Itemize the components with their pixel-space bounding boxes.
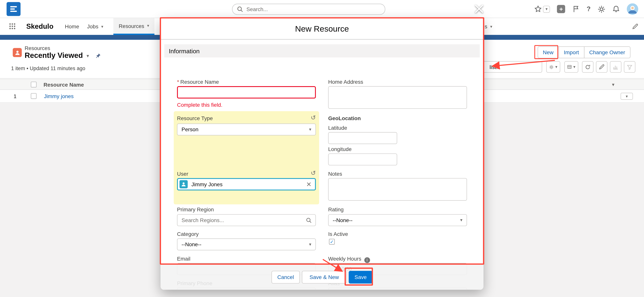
chevron-down-icon: ▾ [309, 127, 311, 132]
resources-object-icon [13, 48, 22, 57]
info-icon[interactable]: i [364, 257, 370, 263]
resource-name-error: Complete this field. [177, 102, 222, 108]
home-address-textarea[interactable] [328, 86, 467, 109]
geolocation-label: GeoLocation [328, 115, 361, 122]
chart-button[interactable] [610, 61, 621, 73]
list-view-controls-button[interactable]: ▾ [546, 61, 560, 73]
chevron-down-icon: ▾ [612, 82, 614, 87]
search-icon [306, 217, 312, 223]
list-view-selector: Recently Viewed ▾ [24, 51, 101, 60]
resource-name-input[interactable] [177, 86, 316, 98]
latitude-label: Latitude [328, 125, 347, 131]
display-as-button[interactable]: ▾ [564, 61, 578, 73]
table-header-actions-chevron[interactable]: ▾ [612, 81, 614, 87]
favorites-star-icon[interactable] [534, 5, 542, 13]
primary-region-input[interactable] [178, 217, 306, 223]
change-owner-button[interactable]: Change Owner [584, 46, 630, 58]
help-icon[interactable]: ? [587, 5, 591, 13]
undo-icon[interactable]: ↺ [311, 170, 316, 176]
remove-user-icon[interactable] [306, 182, 312, 187]
undo-icon[interactable]: ↺ [311, 115, 316, 121]
category-select[interactable]: --None-- ▾ [177, 238, 316, 250]
notes-label: Notes [328, 171, 342, 177]
form-left-column: *Resource Name Complete this field. Reso… [177, 57, 316, 290]
rating-select[interactable]: --None-- ▾ [328, 214, 467, 226]
section-title: Information [169, 47, 200, 54]
notes-textarea[interactable] [328, 178, 467, 201]
favorites-dropdown-button[interactable]: ▾ [543, 5, 550, 12]
tab-jobs[interactable]: Jobs ▾ [87, 18, 103, 35]
user-label: User [177, 171, 188, 177]
primary-region-label: Primary Region [177, 206, 214, 213]
user-lookup-pill[interactable]: Jimmy Jones [177, 178, 316, 190]
modal-title: New Resource [160, 24, 483, 33]
tab-resources-label: Resources [119, 23, 144, 29]
user-pill-name: Jimmy Jones [192, 181, 303, 187]
tab-jobs-label: Jobs [87, 23, 98, 29]
header-icons: ▾ + ? [534, 0, 638, 18]
setup-gear-icon[interactable] [598, 5, 606, 13]
global-search-input[interactable] [246, 6, 380, 12]
chevron-down-icon: ▾ [101, 24, 103, 28]
home-address-label: Home Address [328, 79, 363, 85]
global-actions-button[interactable]: + [557, 5, 565, 13]
notifications-bell-icon[interactable] [612, 5, 620, 13]
chevron-down-icon: ▾ [309, 242, 311, 247]
new-button[interactable]: New [538, 46, 559, 58]
primary-region-lookup [177, 214, 316, 226]
is-active-label: Is Active [328, 231, 348, 238]
chevron-down-icon: ▾ [555, 65, 557, 69]
tab-partial-label: s [485, 23, 487, 29]
section-header-information: Information [164, 44, 480, 57]
list-meta-text: 1 item • Updated 11 minutes ago [11, 66, 85, 71]
guidance-icon[interactable] [572, 5, 580, 13]
email-label: Email [177, 256, 190, 262]
app-launcher-icon[interactable] [9, 23, 16, 29]
logo-bars-icon [10, 5, 18, 13]
modal-header: New Resource [160, 18, 483, 40]
column-header-resource-name[interactable]: Resource Name [44, 82, 84, 88]
latitude-input[interactable] [328, 132, 397, 144]
highlighted-fields-box: Resource Type ↺ Person ▾ User ↺ Jimmy Jo… [174, 111, 319, 204]
object-label: Resources [24, 45, 50, 51]
chevron-down-icon[interactable]: ▾ [86, 53, 89, 58]
longitude-input[interactable] [328, 153, 397, 165]
modal-close-icon[interactable] [474, 4, 484, 14]
edit-nav-pencil-icon[interactable] [632, 23, 638, 29]
user-avatar-icon [180, 180, 188, 188]
search-icon [237, 6, 243, 12]
cancel-button[interactable]: Cancel [272, 271, 300, 284]
refresh-button[interactable] [582, 61, 594, 73]
tab-resources[interactable]: Resources ▾ [113, 18, 154, 35]
weekly-hours-label-text: Weekly Hours [328, 256, 361, 262]
resource-name-label: *Resource Name [177, 79, 219, 85]
is-active-checkbox[interactable]: ✓ [329, 239, 335, 245]
row-checkbox[interactable] [31, 93, 37, 99]
edit-list-button[interactable] [596, 61, 607, 73]
pin-icon[interactable] [95, 53, 101, 58]
select-all-checkbox[interactable] [31, 82, 37, 87]
resource-type-label: Resource Type [177, 115, 213, 122]
save-button[interactable]: Save [349, 271, 372, 284]
chevron-down-icon: ▾ [490, 24, 492, 28]
global-search[interactable] [232, 4, 385, 15]
import-button[interactable]: Import [558, 46, 584, 58]
app-name: Skedulo [26, 23, 54, 31]
chevron-down-icon: ▾ [460, 218, 462, 223]
app-logo-icon[interactable] [6, 2, 20, 16]
list-view-name[interactable]: Recently Viewed [24, 51, 83, 60]
row-actions-button[interactable]: ▾ [620, 93, 633, 100]
user-profile-avatar[interactable] [627, 3, 638, 15]
filter-button[interactable] [624, 61, 635, 73]
resource-type-select[interactable]: Person ▾ [177, 124, 316, 135]
category-label: Category [177, 231, 199, 238]
longitude-label: Longitude [328, 146, 352, 153]
search-this-list-input[interactable]: list... [476, 61, 542, 73]
chevron-down-icon: ▾ [626, 94, 628, 98]
resource-type-value: Person [182, 126, 198, 133]
record-link[interactable]: Jimmy jones [44, 93, 74, 99]
tab-partial[interactable]: s ▾ [485, 18, 492, 35]
viewport: ▾ + ? Sked [0, 0, 644, 297]
tab-home[interactable]: Home [65, 18, 79, 35]
save-and-new-button[interactable]: Save & New [302, 271, 347, 284]
